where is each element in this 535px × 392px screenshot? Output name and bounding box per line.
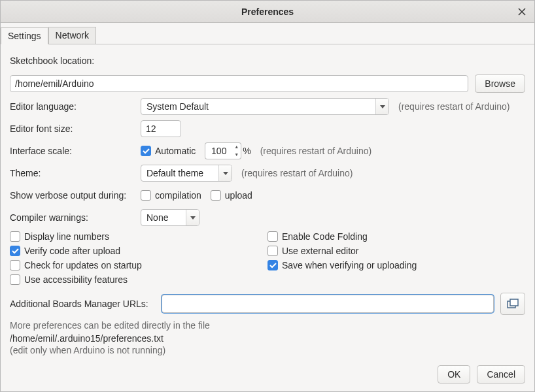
- use-accessibility-checkbox[interactable]: Use accessibility features: [10, 274, 268, 285]
- options-col-left: Display line numbers Verify code after u…: [10, 231, 268, 285]
- footer-hint-2: (edit only when Arduino is not running): [10, 345, 525, 355]
- verbose-row: Show verbose output during: compilation …: [10, 187, 525, 204]
- scale-percent: %: [243, 146, 250, 156]
- warnings-value: None: [141, 210, 186, 225]
- urls-row: Additional Boards Manager URLs:: [10, 293, 525, 315]
- checkbox-icon: [10, 274, 20, 285]
- theme-hint: (requires restart of Arduino): [241, 168, 353, 178]
- language-value: System Default: [141, 99, 375, 114]
- sketchbook-row: Browse: [10, 74, 525, 93]
- checkbox-checked-icon: [141, 146, 151, 156]
- spinner-buttons[interactable]: ▲ ▼: [232, 142, 241, 159]
- scale-value-input[interactable]: [205, 142, 232, 159]
- cancel-button[interactable]: Cancel: [477, 365, 525, 384]
- display-line-numbers-label: Display line numbers: [24, 231, 109, 242]
- urls-label: Additional Boards Manager URLs:: [10, 299, 162, 309]
- sketchbook-label-row: Sketchbook location:: [10, 52, 525, 69]
- close-button[interactable]: [515, 5, 529, 19]
- checkbox-icon: [10, 231, 20, 242]
- checkbox-icon: [141, 190, 151, 201]
- verbose-label: Show verbose output during:: [10, 190, 141, 201]
- save-when-verifying-checkbox[interactable]: Save when verifying or uploading: [268, 260, 525, 270]
- button-bar: OK Cancel: [1, 359, 534, 391]
- fontsize-label: Editor font size:: [10, 123, 141, 134]
- preferences-file-path[interactable]: /home/emil/.arduino15/preferences.txt: [10, 333, 525, 344]
- verbose-compilation-label: compilation: [155, 190, 201, 201]
- footer-hint-1: More preferences can be edited directly …: [10, 320, 525, 331]
- checkbox-checked-icon: [10, 246, 20, 256]
- settings-panel: Sketchbook location: Browse Editor langu…: [1, 44, 534, 359]
- enable-code-folding-checkbox[interactable]: Enable Code Folding: [268, 231, 525, 242]
- svg-rect-3: [510, 299, 518, 306]
- language-row: Editor language: System Default (require…: [10, 98, 525, 115]
- chevron-down-icon: [186, 210, 199, 225]
- sketchbook-path-input[interactable]: [10, 75, 468, 92]
- chevron-down-icon: ▼: [232, 151, 241, 159]
- titlebar: Preferences: [1, 1, 534, 23]
- chevron-down-icon: [375, 99, 388, 114]
- checkbox-checked-icon: [268, 260, 278, 270]
- tab-settings[interactable]: Settings: [1, 27, 48, 44]
- window-title: Preferences: [241, 7, 294, 17]
- verify-after-upload-label: Verify code after upload: [24, 246, 120, 256]
- use-external-editor-checkbox[interactable]: Use external editor: [268, 246, 525, 256]
- close-icon: [518, 8, 526, 16]
- scale-row: Interface scale: Automatic ▲ ▼ % (requir…: [10, 142, 525, 159]
- browse-button[interactable]: Browse: [475, 74, 525, 93]
- manage-urls-button[interactable]: [500, 293, 525, 315]
- checkbox-icon: [10, 260, 20, 270]
- scale-automatic-label: Automatic: [155, 146, 196, 156]
- warnings-label: Compiler warnings:: [10, 212, 141, 223]
- check-for-updates-label: Check for updates on startup: [24, 260, 142, 270]
- language-label: Editor language:: [10, 101, 141, 112]
- scale-label: Interface scale:: [10, 146, 141, 156]
- scale-spinner[interactable]: ▲ ▼: [205, 142, 241, 159]
- verbose-upload-label: upload: [225, 190, 252, 201]
- sketchbook-label: Sketchbook location:: [10, 56, 94, 66]
- fontsize-row: Editor font size:: [10, 120, 525, 137]
- tab-row: Settings Network: [1, 27, 534, 44]
- theme-select[interactable]: Default theme: [141, 165, 232, 182]
- ok-button[interactable]: OK: [438, 365, 470, 384]
- fontsize-input[interactable]: [141, 120, 181, 137]
- chevron-up-icon: ▲: [232, 143, 241, 151]
- theme-value: Default theme: [141, 165, 218, 181]
- save-when-verifying-label: Save when verifying or uploading: [282, 260, 417, 270]
- verify-after-upload-checkbox[interactable]: Verify code after upload: [10, 246, 268, 256]
- tab-network[interactable]: Network: [48, 27, 96, 44]
- verbose-compilation-checkbox[interactable]: compilation: [141, 190, 201, 201]
- use-external-editor-label: Use external editor: [282, 246, 359, 256]
- scale-automatic-checkbox[interactable]: Automatic: [141, 146, 196, 156]
- language-hint: (requires restart of Arduino): [398, 101, 509, 112]
- verbose-upload-checkbox[interactable]: upload: [211, 190, 252, 201]
- language-select[interactable]: System Default: [141, 98, 389, 115]
- options-grid: Display line numbers Verify code after u…: [10, 231, 525, 285]
- checkbox-icon: [268, 246, 278, 256]
- display-line-numbers-checkbox[interactable]: Display line numbers: [10, 231, 268, 242]
- enable-code-folding-label: Enable Code Folding: [282, 231, 368, 242]
- check-for-updates-checkbox[interactable]: Check for updates on startup: [10, 260, 268, 270]
- scale-hint: (requires restart of Arduino): [260, 146, 371, 156]
- options-col-right: Enable Code Folding Use external editor …: [268, 231, 525, 285]
- new-window-icon: [507, 299, 519, 309]
- checkbox-icon: [268, 231, 278, 242]
- chevron-down-icon: [218, 165, 232, 181]
- warnings-row: Compiler warnings: None: [10, 209, 525, 226]
- use-accessibility-label: Use accessibility features: [24, 274, 128, 285]
- additional-urls-input[interactable]: [162, 295, 494, 313]
- warnings-select[interactable]: None: [141, 209, 199, 226]
- checkbox-icon: [211, 190, 221, 201]
- theme-row: Theme: Default theme (requires restart o…: [10, 165, 525, 182]
- preferences-window: Preferences Settings Network Sketchbook …: [0, 0, 535, 392]
- theme-label: Theme:: [10, 168, 141, 178]
